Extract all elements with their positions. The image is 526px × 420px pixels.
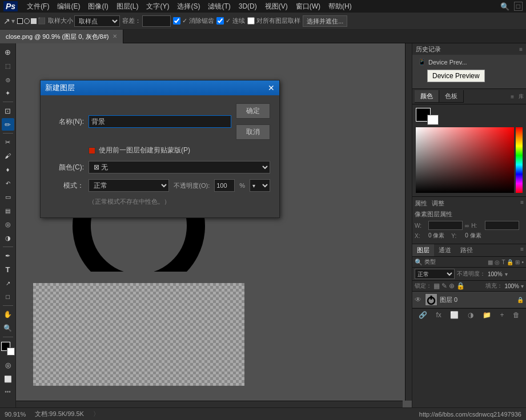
link-icon[interactable]: ∞ xyxy=(465,223,469,229)
bg-swatch[interactable] xyxy=(427,115,439,125)
zoom-tool-icon[interactable]: 🔍 xyxy=(2,322,14,334)
name-input[interactable] xyxy=(89,115,231,128)
antialias-checkbox[interactable] xyxy=(173,17,180,25)
filter-shape-icon[interactable]: 🔒 xyxy=(507,259,513,265)
arrow-icon[interactable]: ↗ xyxy=(3,17,10,26)
lock-pixels-icon[interactable]: ▦ xyxy=(433,282,440,290)
paths-tab[interactable]: 路径 xyxy=(456,244,477,256)
all-layers-checkbox[interactable] xyxy=(247,17,255,25)
patch-tool-icon[interactable]: ✂ xyxy=(2,136,14,148)
color-select[interactable]: ⊠ 无 xyxy=(89,161,270,173)
color-right-panel-icon[interactable]: 库 xyxy=(519,93,524,100)
new-group-btn[interactable]: 📁 xyxy=(481,310,493,320)
window-control[interactable]: □ xyxy=(514,2,523,11)
color-tab-color[interactable]: 颜色 xyxy=(415,90,439,102)
opacity-dropdown[interactable]: ▾ xyxy=(250,179,270,192)
all-layers-group[interactable]: 对所有图层取样 xyxy=(247,17,300,25)
color-swatches[interactable] xyxy=(0,341,16,357)
lock-all-icon[interactable]: 🔒 xyxy=(456,282,465,290)
layer-lock-icon[interactable]: 🔒 xyxy=(517,297,524,303)
channels-tab[interactable]: 通道 xyxy=(434,244,456,256)
eraser-icon[interactable]: ▭ xyxy=(2,191,14,203)
filter-toggle[interactable]: • xyxy=(521,259,524,265)
device-preview-item[interactable]: 📱 Device Prev... xyxy=(416,57,523,67)
menu-view[interactable]: 视图(V) xyxy=(262,1,291,13)
contiguous-checkbox[interactable] xyxy=(216,17,224,25)
adjustment-tab[interactable]: 调整 xyxy=(432,199,444,208)
brush-tool-icon[interactable]: 🖌 xyxy=(2,150,14,162)
move-tool-icon[interactable]: ⊕ xyxy=(2,46,14,58)
hand-tool-icon[interactable]: ✋ xyxy=(2,308,14,321)
tolerance-input[interactable] xyxy=(142,15,171,27)
eyedropper-icon[interactable]: ✏ xyxy=(2,118,14,131)
blend-mode-select[interactable]: 正常 xyxy=(415,269,455,279)
history-brush-icon[interactable]: ↶ xyxy=(2,177,14,189)
filter-type-icon[interactable]: T xyxy=(501,259,505,265)
clone-stamp-icon[interactable]: ♦ xyxy=(2,163,14,176)
horizontal-scrollbar[interactable] xyxy=(16,401,403,407)
history-menu-icon[interactable]: ≡ xyxy=(519,46,523,52)
ok-button[interactable]: 确定 xyxy=(236,103,270,119)
fill-shape-icon[interactable] xyxy=(31,18,37,24)
search-icon[interactable]: 🔍 xyxy=(500,2,509,11)
select-mask-button[interactable]: 选择并遮住... xyxy=(303,15,347,27)
extra-tools[interactable]: ••• xyxy=(5,389,11,395)
new-layer-btn[interactable]: + xyxy=(498,310,505,320)
color-panel-menu-icon[interactable]: ≡ xyxy=(511,94,514,100)
tab-document[interactable]: close.png @ 90.9% (图层 0, 灰色/8#) ✕ xyxy=(0,30,123,43)
menu-layer[interactable]: 图层(L) xyxy=(113,1,142,13)
magic-wand-icon[interactable]: ✦ xyxy=(2,87,14,99)
color-tab-swatches[interactable]: 色板 xyxy=(439,90,464,102)
blur-tool-icon[interactable]: ◎ xyxy=(2,218,14,231)
ellipse-shape-icon[interactable] xyxy=(24,18,30,24)
screen-mode-icon[interactable]: ⬜ xyxy=(2,373,14,385)
lasso-tool-icon[interactable]: ⌾ xyxy=(2,73,14,86)
layers-tab[interactable]: 图层 xyxy=(412,244,434,256)
dialog-close-button[interactable]: ✕ xyxy=(268,83,275,92)
rect-shape-icon[interactable] xyxy=(17,18,23,24)
prev-layer-checkbox-icon[interactable] xyxy=(89,147,95,154)
quick-mask-icon[interactable]: ◎ xyxy=(2,359,14,371)
hue-strip[interactable] xyxy=(516,127,523,193)
menu-select[interactable]: 选择(S) xyxy=(174,1,203,13)
path-select-icon[interactable]: ↗ xyxy=(2,277,14,289)
crop-tool-icon[interactable]: ⊡ xyxy=(2,104,14,117)
contiguous-group[interactable]: ✓ 连续 xyxy=(216,17,245,25)
menu-text[interactable]: 文字(Y) xyxy=(143,1,172,13)
dodge-tool-icon[interactable]: ◑ xyxy=(2,232,14,244)
layer-item[interactable]: 👁 图层 0 🔒 xyxy=(412,292,526,308)
delete-layer-btn[interactable]: 🗑 xyxy=(511,310,521,320)
width-input[interactable] xyxy=(428,221,463,230)
menu-image[interactable]: 图像(I) xyxy=(85,1,111,13)
gradient-tool-icon[interactable]: ▤ xyxy=(2,204,14,217)
cancel-button[interactable]: 取消 xyxy=(236,124,270,140)
lock-position-icon[interactable]: ✎ xyxy=(441,282,447,290)
vertical-scrollbar[interactable] xyxy=(405,43,412,401)
antialias-group[interactable]: ✓ 消除锯齿 xyxy=(173,17,214,25)
tool-expand[interactable]: ▾ xyxy=(11,17,15,25)
search-icon[interactable]: 🔍 xyxy=(415,259,423,266)
menu-window[interactable]: 窗口(W) xyxy=(292,1,324,13)
type-tool-icon[interactable]: T xyxy=(2,263,14,276)
fill-expand-icon[interactable]: ▾ xyxy=(521,283,524,289)
new-adjustment-btn[interactable]: ◑ xyxy=(466,310,475,320)
clipboard-icon[interactable]: ⬛ xyxy=(38,17,46,25)
menu-filter[interactable]: 滤镜(T) xyxy=(204,1,234,13)
menu-edit[interactable]: 编辑(E) xyxy=(54,1,83,13)
filter-pixel-icon[interactable]: ▦ xyxy=(488,259,493,265)
tab-close-icon[interactable]: ✕ xyxy=(113,30,117,43)
new-layer-dialog[interactable]: 新建图层 ✕ 名称(N): 确定 取消 使用前一图层创建剪贴蒙版(P) 颜色(C… xyxy=(40,80,280,218)
lock-artboard-icon[interactable]: ⊕ xyxy=(449,282,455,290)
add-style-btn[interactable]: fx xyxy=(434,310,443,320)
menu-file[interactable]: 文件(F) xyxy=(23,1,53,13)
opacity-dialog-input[interactable] xyxy=(214,179,235,192)
filter-adjust-icon[interactable]: ◎ xyxy=(495,259,500,265)
pen-tool-icon[interactable]: ✒ xyxy=(2,249,14,262)
sample-size-select[interactable]: 取样点 xyxy=(74,15,120,27)
add-mask-btn[interactable]: ⬜ xyxy=(448,310,460,320)
selection-tool-icon[interactable]: ⬚ xyxy=(2,59,14,72)
background-color[interactable] xyxy=(7,348,15,356)
color-saturation-area[interactable] xyxy=(416,127,514,193)
menu-3d[interactable]: 3D(D) xyxy=(235,1,260,11)
height-input[interactable] xyxy=(485,221,519,230)
